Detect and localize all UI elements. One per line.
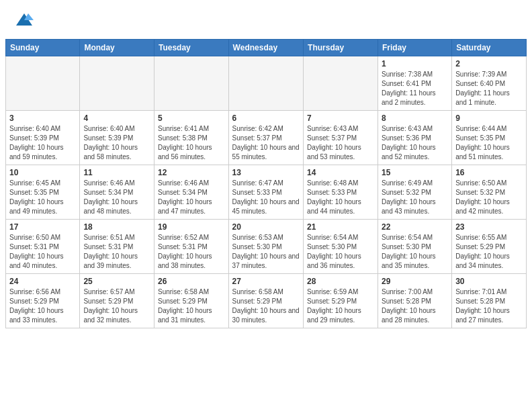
day-info: Sunrise: 6:40 AM Sunset: 5:39 PM Dayligh…	[83, 124, 150, 162]
day-info: Sunrise: 6:49 AM Sunset: 5:32 PM Dayligh…	[382, 179, 448, 216]
day-info: Sunrise: 6:47 AM Sunset: 5:33 PM Dayligh…	[232, 179, 300, 216]
page-header	[0, 0, 532, 39]
day-info: Sunrise: 6:55 AM Sunset: 5:29 PM Dayligh…	[455, 233, 523, 271]
day-number: 4	[83, 113, 150, 123]
day-info: Sunrise: 6:50 AM Sunset: 5:31 PM Dayligh…	[9, 233, 76, 271]
weekday-header: Tuesday	[154, 39, 228, 56]
day-number: 2	[455, 59, 523, 68]
calendar-cell: 3Sunrise: 6:40 AM Sunset: 5:39 PM Daylig…	[6, 110, 80, 165]
day-info: Sunrise: 7:01 AM Sunset: 5:28 PM Dayligh…	[455, 287, 523, 325]
day-info: Sunrise: 6:44 AM Sunset: 5:35 PM Dayligh…	[455, 124, 523, 162]
calendar-cell	[228, 56, 303, 110]
day-number: 18	[83, 222, 150, 232]
day-number: 3	[9, 113, 76, 123]
day-number: 25	[83, 277, 150, 286]
calendar-body: 1Sunrise: 7:38 AM Sunset: 6:41 PM Daylig…	[6, 56, 527, 328]
calendar-cell	[154, 56, 228, 110]
calendar-cell	[80, 56, 154, 110]
calendar-cell: 18Sunrise: 6:51 AM Sunset: 5:31 PM Dayli…	[80, 219, 154, 273]
weekday-header: Saturday	[452, 39, 527, 56]
day-info: Sunrise: 6:45 AM Sunset: 5:35 PM Dayligh…	[9, 179, 76, 216]
calendar-week-row: 1Sunrise: 7:38 AM Sunset: 6:41 PM Daylig…	[6, 56, 527, 110]
day-number: 30	[455, 277, 523, 286]
day-number: 5	[158, 113, 225, 123]
day-number: 11	[83, 168, 150, 177]
calendar-cell: 30Sunrise: 7:01 AM Sunset: 5:28 PM Dayli…	[452, 273, 527, 328]
day-info: Sunrise: 6:54 AM Sunset: 5:30 PM Dayligh…	[382, 233, 448, 271]
calendar-cell: 25Sunrise: 6:57 AM Sunset: 5:29 PM Dayli…	[80, 273, 154, 328]
calendar-cell: 12Sunrise: 6:46 AM Sunset: 5:34 PM Dayli…	[154, 165, 228, 219]
day-info: Sunrise: 6:51 AM Sunset: 5:31 PM Dayligh…	[83, 233, 150, 271]
day-info: Sunrise: 7:38 AM Sunset: 6:41 PM Dayligh…	[382, 70, 448, 107]
day-number: 19	[158, 222, 225, 232]
calendar-week-row: 10Sunrise: 6:45 AM Sunset: 5:35 PM Dayli…	[6, 165, 527, 219]
calendar-cell: 24Sunrise: 6:56 AM Sunset: 5:29 PM Dayli…	[6, 273, 80, 328]
calendar-cell: 5Sunrise: 6:41 AM Sunset: 5:38 PM Daylig…	[154, 110, 228, 165]
day-info: Sunrise: 6:43 AM Sunset: 5:37 PM Dayligh…	[307, 124, 374, 162]
calendar-cell: 2Sunrise: 7:39 AM Sunset: 6:40 PM Daylig…	[452, 56, 527, 110]
day-info: Sunrise: 6:53 AM Sunset: 5:30 PM Dayligh…	[232, 233, 300, 271]
calendar-week-row: 17Sunrise: 6:50 AM Sunset: 5:31 PM Dayli…	[6, 219, 527, 273]
weekday-header: Wednesday	[228, 39, 303, 56]
day-number: 7	[307, 113, 374, 123]
calendar-cell: 29Sunrise: 7:00 AM Sunset: 5:28 PM Dayli…	[378, 273, 452, 328]
calendar-cell: 17Sunrise: 6:50 AM Sunset: 5:31 PM Dayli…	[6, 219, 80, 273]
day-info: Sunrise: 7:39 AM Sunset: 6:40 PM Dayligh…	[455, 70, 523, 107]
day-number: 14	[307, 168, 374, 177]
day-number: 12	[158, 168, 225, 177]
day-info: Sunrise: 7:00 AM Sunset: 5:28 PM Dayligh…	[382, 287, 448, 325]
day-number: 15	[382, 168, 448, 177]
logo-icon	[15, 11, 34, 30]
day-info: Sunrise: 6:57 AM Sunset: 5:29 PM Dayligh…	[83, 287, 150, 325]
day-info: Sunrise: 6:50 AM Sunset: 5:32 PM Dayligh…	[455, 179, 523, 216]
day-info: Sunrise: 6:52 AM Sunset: 5:31 PM Dayligh…	[158, 233, 225, 271]
day-info: Sunrise: 6:58 AM Sunset: 5:29 PM Dayligh…	[158, 287, 225, 325]
day-number: 9	[455, 113, 523, 123]
weekday-header: Thursday	[304, 39, 378, 56]
logo	[13, 11, 34, 34]
day-number: 23	[455, 222, 523, 232]
day-number: 8	[382, 113, 448, 123]
calendar-week-row: 3Sunrise: 6:40 AM Sunset: 5:39 PM Daylig…	[6, 110, 527, 165]
day-info: Sunrise: 6:46 AM Sunset: 5:34 PM Dayligh…	[158, 179, 225, 216]
calendar-cell: 11Sunrise: 6:46 AM Sunset: 5:34 PM Dayli…	[80, 165, 154, 219]
day-info: Sunrise: 6:41 AM Sunset: 5:38 PM Dayligh…	[158, 124, 225, 162]
weekday-header: Friday	[378, 39, 452, 56]
calendar-cell: 8Sunrise: 6:43 AM Sunset: 5:36 PM Daylig…	[378, 110, 452, 165]
day-info: Sunrise: 6:59 AM Sunset: 5:29 PM Dayligh…	[307, 287, 374, 325]
calendar-cell	[304, 56, 378, 110]
calendar-cell: 27Sunrise: 6:58 AM Sunset: 5:29 PM Dayli…	[228, 273, 303, 328]
calendar-cell: 23Sunrise: 6:55 AM Sunset: 5:29 PM Dayli…	[452, 219, 527, 273]
day-number: 10	[9, 168, 76, 177]
calendar-cell: 16Sunrise: 6:50 AM Sunset: 5:32 PM Dayli…	[452, 165, 527, 219]
day-number: 29	[382, 277, 448, 286]
calendar-cell: 15Sunrise: 6:49 AM Sunset: 5:32 PM Dayli…	[378, 165, 452, 219]
day-number: 26	[158, 277, 225, 286]
day-number: 1	[382, 59, 448, 68]
calendar-cell	[6, 56, 80, 110]
calendar-cell: 10Sunrise: 6:45 AM Sunset: 5:35 PM Dayli…	[6, 165, 80, 219]
day-number: 17	[9, 222, 76, 232]
calendar-header: SundayMondayTuesdayWednesdayThursdayFrid…	[6, 39, 527, 56]
calendar-cell: 19Sunrise: 6:52 AM Sunset: 5:31 PM Dayli…	[154, 219, 228, 273]
day-number: 28	[307, 277, 374, 286]
day-info: Sunrise: 6:58 AM Sunset: 5:29 PM Dayligh…	[232, 287, 300, 325]
calendar-cell: 22Sunrise: 6:54 AM Sunset: 5:30 PM Dayli…	[378, 219, 452, 273]
day-info: Sunrise: 6:40 AM Sunset: 5:39 PM Dayligh…	[9, 124, 76, 162]
calendar-cell: 26Sunrise: 6:58 AM Sunset: 5:29 PM Dayli…	[154, 273, 228, 328]
day-number: 27	[232, 277, 300, 286]
calendar-wrapper: SundayMondayTuesdayWednesdayThursdayFrid…	[0, 39, 532, 334]
calendar-cell: 7Sunrise: 6:43 AM Sunset: 5:37 PM Daylig…	[304, 110, 378, 165]
day-number: 13	[232, 168, 300, 177]
day-info: Sunrise: 6:48 AM Sunset: 5:33 PM Dayligh…	[307, 179, 374, 216]
calendar-cell: 6Sunrise: 6:42 AM Sunset: 5:37 PM Daylig…	[228, 110, 303, 165]
day-number: 6	[232, 113, 300, 123]
day-info: Sunrise: 6:46 AM Sunset: 5:34 PM Dayligh…	[83, 179, 150, 216]
day-number: 24	[9, 277, 76, 286]
calendar-cell: 14Sunrise: 6:48 AM Sunset: 5:33 PM Dayli…	[304, 165, 378, 219]
day-info: Sunrise: 6:42 AM Sunset: 5:37 PM Dayligh…	[232, 124, 300, 162]
calendar-cell: 20Sunrise: 6:53 AM Sunset: 5:30 PM Dayli…	[228, 219, 303, 273]
day-info: Sunrise: 6:54 AM Sunset: 5:30 PM Dayligh…	[307, 233, 374, 271]
calendar-table: SundayMondayTuesdayWednesdayThursdayFrid…	[5, 39, 527, 328]
weekday-row: SundayMondayTuesdayWednesdayThursdayFrid…	[6, 39, 527, 56]
